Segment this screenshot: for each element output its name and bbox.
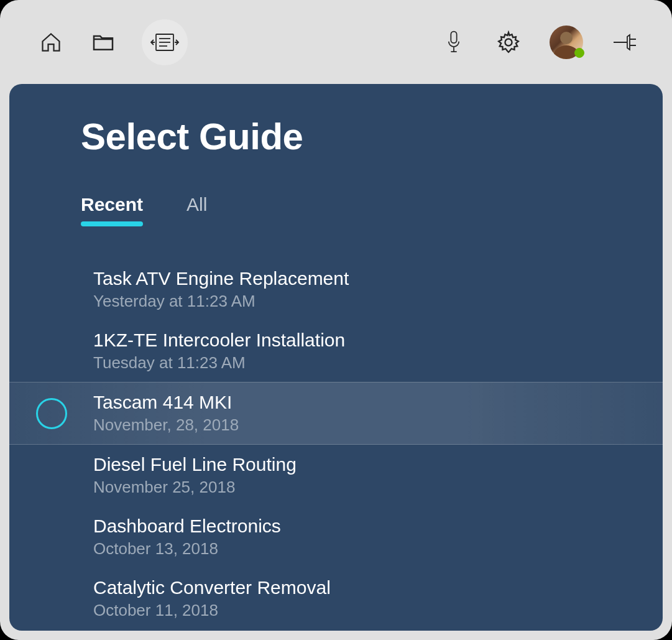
guide-title: 1KZ-TE Intercooler Installation (93, 330, 663, 351)
guide-date: October 11, 2018 (93, 601, 663, 620)
list-item[interactable]: Task ATV Engine Replacement Yesterday at… (9, 259, 663, 320)
list-item[interactable]: Diesel Fuel Line Routing November 25, 20… (9, 445, 663, 506)
guide-title: Catalytic Converter Removal (93, 577, 663, 598)
guide-title: Task ATV Engine Replacement (93, 268, 663, 289)
guide-date: November, 28, 2018 (93, 415, 663, 435)
guide-date: November 25, 2018 (93, 478, 663, 497)
tab-recent[interactable]: Recent (81, 194, 143, 224)
guide-title: Dashboard Electronics (93, 516, 663, 537)
guide-list: Task ATV Engine Replacement Yesterday at… (9, 259, 663, 629)
guide-date: Yesterday at 11:23 AM (93, 292, 663, 311)
pin-icon (611, 33, 637, 52)
list-item[interactable]: 1KZ-TE Intercooler Installation Tuesday … (9, 320, 663, 382)
toolbar-right (440, 26, 638, 59)
guide-date: Tuesday at 11:23 AM (93, 353, 663, 373)
svg-point-5 (505, 39, 512, 45)
page-title: Select Guide (9, 115, 663, 158)
gear-icon (497, 30, 520, 54)
select-guide-panel: Select Guide Recent All Task ATV Engine … (9, 84, 663, 631)
home-icon (40, 31, 62, 53)
folder-icon (91, 30, 116, 55)
app-window: Select Guide Recent All Task ATV Engine … (0, 0, 672, 640)
user-avatar-button[interactable] (550, 26, 583, 59)
list-item[interactable]: Dashboard Electronics October 13, 2018 (9, 506, 663, 568)
svg-rect-4 (451, 31, 456, 43)
list-item[interactable]: Tascam 414 MKI November, 28, 2018 (9, 382, 663, 445)
guide-date: October 13, 2018 (93, 539, 663, 559)
microphone-icon (445, 30, 463, 55)
settings-button[interactable] (495, 29, 522, 56)
home-button[interactable] (37, 29, 65, 56)
guide-title: Tascam 414 MKI (93, 392, 663, 413)
folder-button[interactable] (90, 29, 117, 56)
tab-all[interactable]: All (186, 194, 207, 224)
microphone-button[interactable] (440, 29, 467, 56)
list-item[interactable]: Catalytic Converter Removal October 11, … (9, 568, 663, 629)
guide-title: Diesel Fuel Line Routing (93, 454, 663, 475)
toolbar (0, 0, 672, 84)
radio-indicator (36, 398, 67, 429)
guide-button[interactable] (142, 19, 188, 65)
toolbar-left (37, 19, 188, 65)
presence-indicator (574, 48, 584, 58)
guide-icon (150, 32, 180, 53)
pin-button[interactable] (610, 29, 638, 56)
tabs: Recent All (9, 194, 663, 224)
